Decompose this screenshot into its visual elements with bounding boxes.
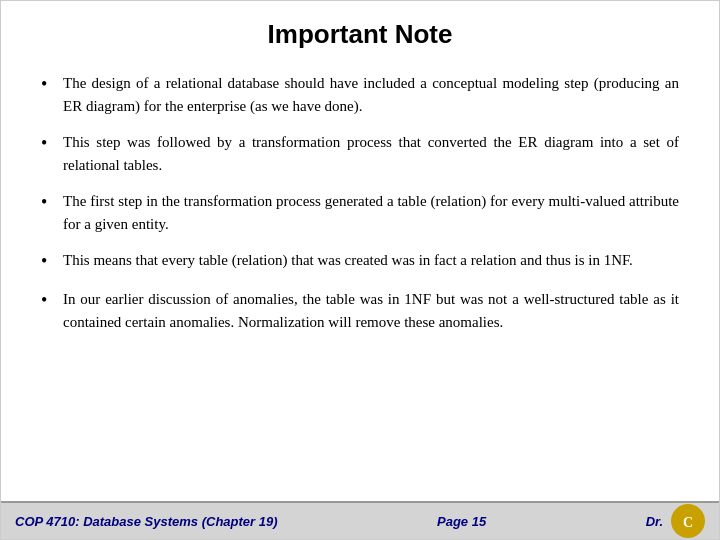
- footer-instructor: Dr.: [646, 514, 663, 529]
- list-item: •This step was followed by a transformat…: [41, 131, 679, 176]
- slide-title: Important Note: [41, 19, 679, 50]
- bullet-dot: •: [41, 249, 63, 274]
- footer-right-group: Dr. C: [646, 504, 705, 538]
- footer-logo: C: [671, 504, 705, 538]
- list-item: •The first step in the transformation pr…: [41, 190, 679, 235]
- footer-course: COP 4710: Database Systems (Chapter 19): [15, 514, 278, 529]
- bullet-text: This step was followed by a transformati…: [63, 131, 679, 176]
- bullet-dot: •: [41, 190, 63, 215]
- bullet-list: •The design of a relational database sho…: [41, 72, 679, 333]
- footer-bar: COP 4710: Database Systems (Chapter 19) …: [1, 501, 719, 539]
- bullet-dot: •: [41, 288, 63, 313]
- footer-page: Page 15: [437, 514, 486, 529]
- bullet-text: In our earlier discussion of anomalies, …: [63, 288, 679, 333]
- list-item: •In our earlier discussion of anomalies,…: [41, 288, 679, 333]
- bullet-dot: •: [41, 72, 63, 97]
- list-item: •This means that every table (relation) …: [41, 249, 679, 274]
- bullet-dot: •: [41, 131, 63, 156]
- bullet-text: The first step in the transformation pro…: [63, 190, 679, 235]
- slide-container: Important Note •The design of a relation…: [0, 0, 720, 540]
- list-item: •The design of a relational database sho…: [41, 72, 679, 117]
- svg-text:C: C: [683, 515, 693, 530]
- bullet-text: The design of a relational database shou…: [63, 72, 679, 117]
- bullet-text: This means that every table (relation) t…: [63, 249, 679, 272]
- slide-content: Important Note •The design of a relation…: [1, 1, 719, 501]
